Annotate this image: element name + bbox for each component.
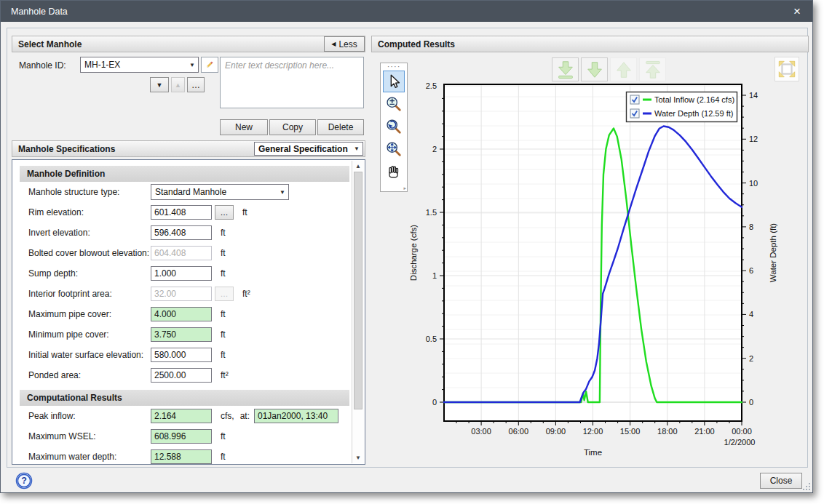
manhole-id-value: MH-1-EX bbox=[81, 60, 186, 70]
initial-water-surface-elevation-input[interactable] bbox=[151, 348, 212, 362]
manhole-id-select[interactable]: MH-1-EX ▼ bbox=[80, 57, 199, 73]
expand-chart-button[interactable] bbox=[775, 57, 799, 81]
computed-results-header: Computed Results bbox=[371, 36, 809, 52]
maximum-water-depth-input[interactable] bbox=[151, 449, 212, 464]
specification-type-select[interactable]: General Specification ▼ bbox=[254, 142, 363, 156]
rim-elevation-input[interactable] bbox=[151, 205, 212, 220]
select-manhole-title: Select Manhole bbox=[18, 39, 82, 49]
spec-row-maximum-wsel: Maximum WSEL:ft bbox=[20, 426, 351, 447]
x-axis-labels: 03:0006:0009:0012:0015:0018:0021:0000:00… bbox=[471, 427, 755, 447]
step-down-last-button[interactable] bbox=[552, 57, 579, 81]
svg-text:21:00: 21:00 bbox=[694, 427, 715, 436]
chart-legend: Total Inflow (2.164 cfs)Water Depth (12.… bbox=[627, 92, 737, 122]
down-arrow-icon: ▼ bbox=[157, 81, 163, 89]
less-button[interactable]: ◀ Less bbox=[324, 36, 365, 52]
field-label: Maximum water depth: bbox=[28, 452, 151, 462]
scroll-up-icon[interactable]: ▲ bbox=[352, 161, 364, 172]
field-label: Bolted cover blowout elevation: bbox=[28, 248, 151, 258]
up-arrow-icon: ▲ bbox=[175, 81, 181, 89]
svg-text:2.5: 2.5 bbox=[426, 81, 437, 90]
spec-row-ponded-area: Ponded area:ft² bbox=[20, 365, 351, 385]
new-button[interactable]: New bbox=[220, 119, 268, 135]
unit-label: ft bbox=[221, 431, 226, 441]
unit-label: ft² bbox=[242, 289, 250, 299]
svg-text:4: 4 bbox=[749, 310, 753, 319]
sump-depth-input[interactable] bbox=[151, 266, 212, 281]
at-label: at: bbox=[240, 411, 250, 421]
step-down-icon bbox=[585, 60, 605, 80]
spec-form: Manhole DefinitionManhole structure type… bbox=[12, 160, 351, 464]
help-button[interactable]: ? bbox=[15, 472, 33, 489]
toolbar-select-cursor-button[interactable] bbox=[383, 71, 405, 92]
peak-inflow-time-input[interactable] bbox=[254, 409, 338, 423]
toolbar-pan-hand-button[interactable] bbox=[383, 161, 405, 183]
resize-grip[interactable] bbox=[802, 482, 811, 491]
svg-text:1.5: 1.5 bbox=[426, 208, 437, 217]
zoom-in-out-icon bbox=[385, 95, 403, 113]
zoom-extents-icon bbox=[385, 140, 403, 158]
previous-manhole-button[interactable]: ▲ bbox=[171, 77, 185, 92]
peak-inflow-input[interactable] bbox=[151, 409, 212, 423]
browse-button[interactable]: … bbox=[215, 205, 234, 220]
toolbar-zoom-in-out-button[interactable] bbox=[383, 93, 405, 115]
spec-row-manhole-structure-type: Manhole structure type:Standard Manhole▼ bbox=[20, 182, 351, 202]
toolbar-zoom-previous-button[interactable] bbox=[383, 116, 405, 137]
step-navigation bbox=[552, 57, 668, 81]
description-input[interactable] bbox=[220, 57, 364, 108]
pan-hand-icon bbox=[385, 163, 403, 180]
next-manhole-button[interactable]: ▼ bbox=[150, 77, 169, 92]
svg-text:14: 14 bbox=[749, 91, 758, 100]
step-up-button[interactable] bbox=[610, 57, 637, 81]
results-chart: 00.511.522.50246810121403:0006:0009:0012… bbox=[371, 53, 809, 460]
delete-button[interactable]: Delete bbox=[317, 119, 364, 135]
svg-text:0: 0 bbox=[432, 398, 437, 407]
bolted-cover-blowout-elevation-input[interactable] bbox=[151, 246, 212, 260]
toolbar-grip[interactable]: ···· bbox=[381, 63, 407, 70]
svg-text:2: 2 bbox=[432, 145, 437, 153]
svg-text:12: 12 bbox=[749, 135, 758, 143]
interior-footprint-area-input[interactable] bbox=[151, 287, 212, 301]
ponded-area-input[interactable] bbox=[151, 368, 212, 383]
computed-results-panel: Computed Results 00.511.522.502468101214… bbox=[371, 36, 809, 466]
toolbar-zoom-extents-button[interactable] bbox=[383, 138, 405, 160]
maximum-pipe-cover-input[interactable] bbox=[151, 307, 212, 321]
spec-row-invert-elevation: Invert elevation:ft bbox=[20, 223, 351, 243]
minimum-pipe-cover-input[interactable] bbox=[151, 327, 212, 342]
svg-text:8: 8 bbox=[749, 223, 753, 231]
scroll-down-icon[interactable]: ▼ bbox=[352, 452, 364, 463]
svg-text:18:00: 18:00 bbox=[657, 427, 678, 436]
spec-scrollbar[interactable]: ▲ ▼ bbox=[352, 161, 364, 463]
spec-row-minimum-pipe-cover: Minimum pipe cover:ft bbox=[20, 324, 351, 345]
svg-text:1: 1 bbox=[432, 271, 437, 280]
manhole-list-button[interactable]: … bbox=[187, 77, 205, 92]
unit-label: ft bbox=[242, 207, 247, 217]
spec-row-maximum-pipe-cover: Maximum pipe cover:ft bbox=[20, 304, 351, 324]
specifications-header: Manhole Specifications General Specifica… bbox=[12, 140, 365, 157]
step-up-last-icon bbox=[643, 60, 663, 80]
field-label: Rim elevation: bbox=[28, 207, 151, 217]
zoom-previous-icon bbox=[385, 118, 403, 135]
step-up-icon bbox=[614, 60, 634, 80]
pencil-icon bbox=[206, 58, 213, 71]
step-up-last-button[interactable] bbox=[639, 57, 666, 81]
close-button[interactable]: Close bbox=[760, 473, 802, 489]
close-icon[interactable]: × bbox=[782, 1, 812, 22]
select-manhole-header: Select Manhole bbox=[12, 36, 365, 52]
unit-label: cfs, bbox=[221, 411, 234, 421]
copy-button[interactable]: Copy bbox=[269, 119, 316, 135]
title-bar: Manhole Data × bbox=[1, 1, 812, 22]
x-axis-title: Time bbox=[584, 448, 602, 457]
toolbar-expander-icon[interactable]: ▸ bbox=[403, 185, 406, 191]
scrollbar-thumb[interactable] bbox=[354, 172, 363, 409]
svg-text:?: ? bbox=[21, 476, 27, 486]
step-down-button[interactable] bbox=[581, 57, 608, 81]
spec-row-sump-depth: Sump depth:ft bbox=[20, 263, 351, 284]
field-label: Ponded area: bbox=[28, 370, 151, 380]
window-title: Manhole Data bbox=[1, 7, 68, 17]
browse-button[interactable]: … bbox=[215, 287, 234, 301]
rename-button[interactable] bbox=[201, 57, 218, 73]
chart-toolbar: ···· ▸ bbox=[380, 63, 408, 192]
invert-elevation-input[interactable] bbox=[151, 225, 212, 240]
maximum-wsel-input[interactable] bbox=[151, 429, 212, 444]
manhole-structure-type-select[interactable]: Standard Manhole▼ bbox=[151, 184, 289, 200]
